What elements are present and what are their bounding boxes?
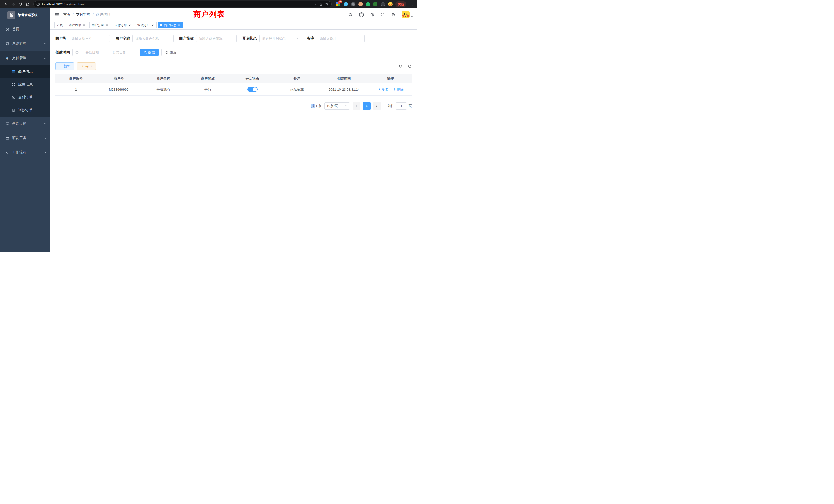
filter-merchant-name: 商户全称 [115, 35, 174, 42]
sidebar-item-devtools[interactable]: 研发工具 [0, 131, 50, 145]
sidebar-item-infra[interactable]: 基础设施 [0, 116, 50, 131]
sidebar-item-refund-order[interactable]: 退款订单 [0, 104, 50, 116]
sidebar: 芋道管理系统 首页 系统管理 ¥ 支付管理 [0, 8, 50, 252]
extension-green-icon[interactable] [373, 2, 378, 6]
extensions-grid-icon[interactable]: 10 [336, 2, 341, 6]
total-prefix: 共 [311, 104, 314, 108]
active-tab-dot [160, 24, 162, 26]
next-page-button[interactable] [373, 102, 381, 110]
extension-circle-icon[interactable] [351, 2, 355, 6]
add-button[interactable]: 新增 [56, 62, 74, 70]
info-icon[interactable] [36, 2, 40, 6]
font-size-icon[interactable] [391, 12, 396, 17]
date-separator: - [105, 50, 106, 54]
breadcrumb-home[interactable]: 首页 [63, 12, 70, 17]
col-full-name: 商户全称 [141, 74, 185, 83]
merchant-name-input[interactable] [135, 37, 171, 41]
forward-icon[interactable] [10, 1, 17, 7]
extension-pin-icon[interactable] [343, 2, 348, 6]
date-end-input[interactable] [108, 50, 131, 54]
home-icon[interactable] [24, 1, 31, 7]
sidebar-item-payment[interactable]: ¥ 支付管理 [0, 51, 50, 65]
pagination-total: 共 1 条 [311, 104, 322, 108]
merchant-short-input[interactable] [199, 37, 234, 41]
cell-remark: 我是备注 [275, 83, 320, 95]
sidebar-item-home[interactable]: 首页 [0, 22, 50, 37]
col-create-time: 创建时间 [319, 74, 369, 83]
status-toggle[interactable] [247, 87, 258, 92]
update-button[interactable]: 更新 [395, 1, 407, 7]
browser-menu-icon[interactable] [411, 2, 414, 6]
toggle-search-icon[interactable] [398, 64, 403, 69]
monitor-icon [5, 122, 9, 126]
calendar-icon [75, 50, 79, 54]
user-menu[interactable] [402, 11, 413, 19]
extension-emoji-icon[interactable] [388, 2, 393, 6]
extension-check-icon[interactable] [366, 2, 370, 6]
address-bar[interactable]: localhost:1024/pay/merchant [34, 1, 332, 7]
password-key-icon[interactable] [313, 2, 317, 6]
cell-create-time: 2021-10-23 08:31:14 [319, 83, 369, 95]
share-icon[interactable] [319, 2, 323, 6]
edit-link[interactable]: 修改 [377, 87, 388, 92]
remark-input[interactable] [320, 37, 362, 41]
close-icon[interactable] [82, 23, 86, 27]
cell-merchant-no: M233666999 [96, 83, 141, 95]
sidebar-item-merchant-info[interactable]: 商户信息 [0, 65, 50, 78]
extension-avatar-icon[interactable] [358, 2, 363, 6]
merchant-no-input[interactable] [72, 37, 107, 41]
search-button[interactable]: 搜索 [140, 48, 159, 56]
filter-remark: 备注 [307, 35, 365, 42]
goto-page-input[interactable] [396, 102, 407, 110]
date-start-input[interactable] [80, 50, 104, 54]
status-select[interactable]: 请选择开启状态 [259, 35, 302, 42]
page-size-select[interactable]: 10条/页 [324, 102, 350, 110]
reload-icon[interactable] [17, 1, 24, 7]
logo-avatar [7, 11, 16, 19]
grid-icon [11, 83, 16, 87]
refund-doc-icon [11, 108, 16, 112]
fullscreen-icon[interactable] [380, 13, 385, 17]
chevron-down-icon [345, 105, 348, 107]
help-icon[interactable] [370, 13, 374, 17]
filter-status: 开启状态 请选择开启状态 [242, 35, 302, 42]
breadcrumb: 首页 / 支付管理 / 商户信息 [63, 12, 110, 17]
tab-user-group[interactable]: 用户分组 [89, 22, 111, 28]
bookmark-star-icon[interactable] [325, 2, 329, 6]
github-icon[interactable] [359, 12, 364, 17]
chevron-down-icon [44, 151, 47, 154]
filter-row-2: 创建时间 - 搜索 重置 [56, 48, 412, 56]
export-button[interactable]: 导出 [77, 62, 96, 70]
close-icon[interactable] [128, 23, 131, 27]
sidebar-item-system[interactable]: 系统管理 [0, 37, 50, 51]
tab-pay-order[interactable]: 支付订单 [112, 22, 134, 28]
tab-process-form[interactable]: 流程表单 [66, 22, 88, 28]
sidebar-item-app-info[interactable]: 应用信息 [0, 78, 50, 91]
search-icon[interactable] [348, 13, 353, 17]
chevron-down-icon [296, 37, 299, 40]
app-logo[interactable]: 芋道管理系统 [0, 8, 50, 22]
breadcrumb-payment[interactable]: 支付管理 [76, 12, 90, 17]
pay-order-icon [11, 95, 16, 99]
prev-page-button[interactable] [353, 102, 360, 110]
reset-button[interactable]: 重置 [161, 48, 180, 56]
back-icon[interactable] [3, 1, 9, 7]
tab-refund-order[interactable]: 退款订单 [135, 22, 157, 28]
extension-cat-icon[interactable] [380, 2, 385, 6]
cell-full-name: 芋道源码 [141, 83, 185, 95]
date-range-picker[interactable]: - [72, 48, 134, 56]
dashboard-icon [5, 27, 9, 31]
delete-link[interactable]: 删除 [393, 87, 404, 92]
tab-merchant-info[interactable]: 商户信息 [158, 22, 183, 28]
page-number-1[interactable]: 1 [363, 102, 371, 110]
tab-home[interactable]: 首页 [54, 22, 65, 28]
close-icon[interactable] [105, 23, 109, 27]
hamburger-icon[interactable] [54, 12, 59, 17]
close-icon[interactable] [151, 23, 154, 27]
url-text[interactable]: localhost:1024/pay/merchant [42, 2, 85, 6]
merchant-card-icon [11, 70, 16, 74]
close-icon[interactable] [177, 23, 181, 27]
sidebar-item-workflow[interactable]: 工作流程 [0, 145, 50, 160]
sidebar-item-pay-order[interactable]: 支付订单 [0, 91, 50, 104]
refresh-icon[interactable] [408, 64, 412, 69]
